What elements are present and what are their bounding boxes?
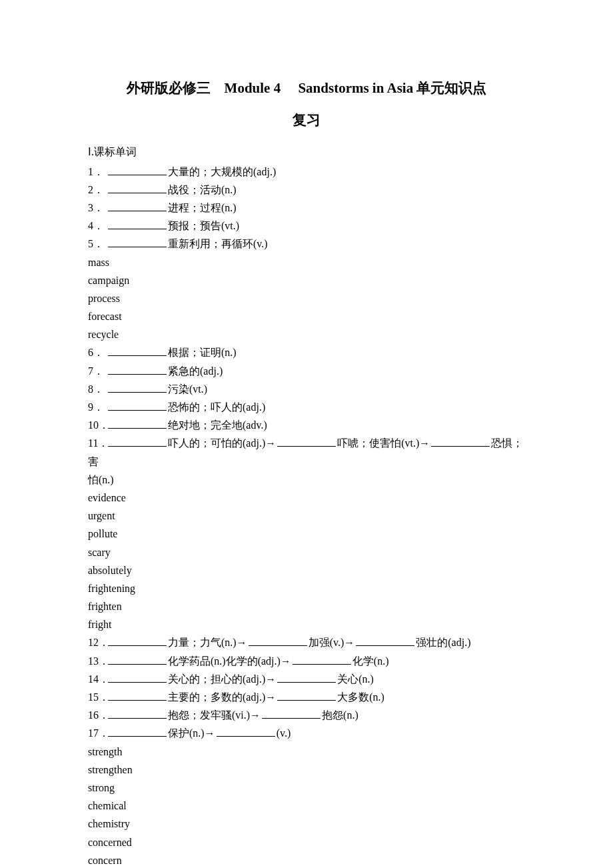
question-7: 7．紧急的(adj.) <box>88 362 525 380</box>
question-number: 4． <box>88 217 107 235</box>
answer-13b: chemistry <box>88 815 525 833</box>
question-number: 8． <box>88 380 107 398</box>
question-text-part1: 主要的；多数的(adj.)→ <box>168 691 276 703</box>
question-11-cont: 怕(n.) <box>88 471 525 489</box>
fill-blank[interactable] <box>277 671 336 683</box>
answer-12a: strength <box>88 743 525 761</box>
answer-11a: frightening <box>88 579 525 597</box>
fill-blank[interactable] <box>108 200 167 211</box>
question-text: 进程；过程(n.) <box>168 202 237 213</box>
question-text-part3: 强壮的(adj.) <box>416 637 470 648</box>
answer-14b: concern <box>88 851 525 868</box>
question-text: 战役；活动(n.) <box>168 184 237 195</box>
question-text: 恐怖的；吓人的(adj.) <box>168 401 265 413</box>
fill-blank[interactable] <box>217 725 275 737</box>
question-number: 16． <box>88 706 107 724</box>
question-number: 1． <box>88 163 107 181</box>
question-text-part2: 抱怨(n.) <box>322 709 358 721</box>
question-14: 14．关心的；担心的(adj.)→关心(n.) <box>88 670 525 688</box>
answer-12b: strengthen <box>88 761 525 779</box>
answer-7: urgent <box>88 507 525 525</box>
question-number: 14． <box>88 670 107 688</box>
fill-blank[interactable] <box>108 635 167 646</box>
question-text: 预报；预告(vt.) <box>168 220 239 231</box>
fill-blank[interactable] <box>108 164 167 175</box>
answer-6: evidence <box>88 489 525 507</box>
question-text-part1: 力量；力气(n.)→ <box>168 637 247 648</box>
fill-blank[interactable] <box>108 435 167 447</box>
question-13: 13．化学药品(n.)化学的(adj.)→化学(n.) <box>88 652 525 670</box>
answer-3: process <box>88 289 525 307</box>
fill-blank[interactable] <box>108 381 167 393</box>
answer-4: forecast <box>88 307 525 325</box>
fill-blank[interactable] <box>277 689 336 701</box>
question-text: 重新利用；再循环(v.) <box>168 238 268 249</box>
question-number: 5． <box>88 235 107 253</box>
fill-blank[interactable] <box>277 435 336 447</box>
answer-14a: concerned <box>88 833 525 851</box>
fill-blank[interactable] <box>431 435 490 447</box>
fill-blank[interactable] <box>108 653 167 665</box>
question-text-part1: 关心的；担心的(adj.)→ <box>168 673 276 685</box>
answer-2: campaign <box>88 271 525 289</box>
question-1: 1．大量的；大规模的(adj.) <box>88 163 525 181</box>
question-text: 紧急的(adj.) <box>168 365 223 377</box>
answer-12c: strong <box>88 779 525 797</box>
question-17: 17．保护(n.)→(v.) <box>88 724 525 742</box>
question-12: 12．力量；力气(n.)→加强(v.)→强壮的(adj.) <box>88 633 525 651</box>
fill-blank[interactable] <box>108 363 167 375</box>
question-text-part2: 大多数(n.) <box>337 691 384 703</box>
fill-blank[interactable] <box>262 707 320 719</box>
document-page: 外研版必修三 Module 4 Sandstorms in Asia 单元知识点… <box>0 0 613 868</box>
fill-blank[interactable] <box>108 236 167 247</box>
question-text-part1: 化学药品(n.)化学的(adj.)→ <box>168 655 291 667</box>
question-number: 3． <box>88 199 107 217</box>
question-9: 9．恐怖的；吓人的(adj.) <box>88 398 525 416</box>
question-number: 9． <box>88 398 107 416</box>
question-text-part1: 保护(n.)→ <box>168 727 215 739</box>
answer-8: pollute <box>88 525 525 543</box>
fill-blank[interactable] <box>108 707 167 719</box>
question-2: 2．战役；活动(n.) <box>88 181 525 199</box>
question-6: 6．根据；证明(n.) <box>88 343 525 361</box>
fill-blank[interactable] <box>108 417 167 429</box>
question-number: 6． <box>88 343 107 361</box>
page-title-line1: 外研版必修三 Module 4 Sandstorms in Asia 单元知识点 <box>88 77 525 101</box>
answer-1: mass <box>88 253 525 271</box>
question-number: 15． <box>88 688 107 706</box>
question-number: 10． <box>88 416 107 434</box>
page-title-line2: 复习 <box>88 109 525 133</box>
fill-blank[interactable] <box>108 345 167 356</box>
question-number: 13． <box>88 652 107 670</box>
answer-9: scary <box>88 543 525 561</box>
question-number: 17． <box>88 724 107 742</box>
fill-blank[interactable] <box>108 689 167 701</box>
answer-11b: frighten <box>88 597 525 615</box>
question-11: 11．吓人的；可怕的(adj.)→吓唬；使害怕(vt.)→恐惧；害 <box>88 434 525 470</box>
fill-blank[interactable] <box>249 635 307 646</box>
question-text: 绝对地；完全地(adv.) <box>168 419 267 431</box>
question-number: 7． <box>88 362 107 380</box>
question-number: 11． <box>88 434 107 452</box>
question-text: 污染(vt.) <box>168 383 207 395</box>
answer-10: absolutely <box>88 561 525 579</box>
fill-blank[interactable] <box>108 725 167 737</box>
fill-blank[interactable] <box>108 399 167 411</box>
question-16: 16．抱怨；发牢骚(vi.)→抱怨(n.) <box>88 706 525 724</box>
section-1-label: Ⅰ.课标单词 <box>88 143 525 161</box>
question-text-part2: (v.) <box>277 727 291 739</box>
fill-blank[interactable] <box>108 182 167 193</box>
question-3: 3．进程；过程(n.) <box>88 199 525 217</box>
question-text-part2: 加强(v.)→ <box>308 637 355 648</box>
question-text-part2: 关心(n.) <box>337 673 374 685</box>
question-number: 12． <box>88 633 107 651</box>
question-text: 大量的；大规模的(adj.) <box>168 166 276 177</box>
question-text-part1: 抱怨；发牢骚(vi.)→ <box>168 709 261 721</box>
question-15: 15．主要的；多数的(adj.)→大多数(n.) <box>88 688 525 706</box>
fill-blank[interactable] <box>108 218 167 229</box>
fill-blank[interactable] <box>356 635 414 646</box>
fill-blank[interactable] <box>293 653 351 665</box>
fill-blank[interactable] <box>108 671 167 683</box>
question-8: 8．污染(vt.) <box>88 380 525 398</box>
question-text-part2: 化学(n.) <box>352 655 389 667</box>
